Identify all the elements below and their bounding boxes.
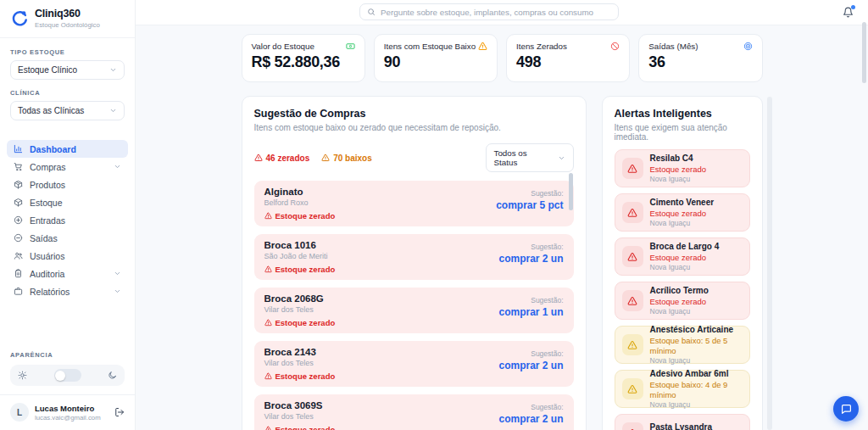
user-card: L Lucas Monteiro lucas.vaic@gmail.com	[0, 394, 135, 423]
alert-card: Anestésico Articaine Estoque baixo: 5 de…	[615, 326, 750, 364]
item-location: Vilar dos Teles	[264, 305, 336, 314]
page-scrollbar-thumb[interactable]	[862, 22, 866, 83]
sidebar-item-relatorios[interactable]: Relatórios	[7, 282, 128, 300]
theme-switcher	[10, 365, 125, 386]
alert-triangle-icon	[622, 246, 643, 267]
sidebar-item-saidas[interactable]: Saídas	[7, 229, 128, 247]
moon-icon	[108, 371, 117, 380]
suggestion-item[interactable]: Broca 1016 São João de Meriti Estoque ze…	[254, 234, 574, 280]
avatar: L	[10, 403, 29, 422]
banknote-icon	[346, 42, 355, 51]
content-scrollbar-track[interactable]	[767, 97, 772, 430]
sidebar-item-produtos[interactable]: Produtos	[7, 176, 128, 193]
suggestions-subtitle: Itens com estoque baixo ou zerado que ne…	[254, 123, 574, 132]
alert-location: Nova Iguaçu	[650, 356, 743, 365]
suggestions-list: Alginato Belford Roxo Estoque zerado Sug…	[254, 181, 574, 430]
alert-name: Broca de Largo 4	[650, 242, 720, 252]
stat-card-estoque-baixo: Itens com Estoque Baixo 90	[374, 34, 498, 82]
suggestion-item[interactable]: Broca 2068G Vilar dos Teles Estoque zera…	[254, 288, 574, 333]
sidebar-item-compras[interactable]: Compras	[7, 158, 128, 176]
alert-triangle-icon	[264, 372, 272, 380]
alert-triangle-icon	[622, 378, 643, 399]
clinica-select[interactable]: Todas as Clínicas	[10, 101, 125, 120]
buy-action-link[interactable]: comprar 2 un	[498, 253, 563, 265]
theme-toggle[interactable]	[54, 369, 81, 382]
buy-action-link[interactable]: comprar 5 pct	[496, 199, 563, 211]
alert-location: Nova Iguaçu	[650, 219, 715, 227]
alert-status: Estoque baixo: 4 de 9 mínimo	[650, 380, 743, 399]
sun-icon	[18, 371, 27, 380]
baixos-badge: 70 baixos	[321, 154, 372, 163]
tipo-estoque-value: Estoque Clínico	[18, 65, 77, 75]
notifications-button[interactable]	[843, 7, 854, 18]
suggestion-item[interactable]: Alginato Belford Roxo Estoque zerado Sug…	[254, 181, 574, 226]
sidebar-item-estoque[interactable]: Estoque	[7, 193, 128, 211]
suggestion-item[interactable]: Broca 3069S Vilar dos Teles Estoque zera…	[254, 394, 574, 430]
buy-action-link[interactable]: comprar 2 un	[498, 360, 563, 371]
stat-label: Valor do Estoque	[252, 42, 314, 51]
briefcase-icon	[14, 287, 23, 296]
alert-triangle-icon	[622, 334, 643, 355]
alert-triangle-icon	[622, 290, 643, 311]
alert-card: Broca de Largo 4 Estoque zerado Nova Igu…	[615, 237, 750, 276]
cliniq360-logo-icon	[10, 9, 29, 28]
stat-value: 36	[648, 53, 752, 71]
sidebar-item-usuarios[interactable]: Usuários	[7, 247, 128, 265]
nav-label: Produtos	[30, 180, 65, 190]
alert-name: Adesivo Ambar 6ml	[650, 369, 743, 379]
item-location: Vilar dos Teles	[264, 412, 336, 421]
sidebar-item-auditoria[interactable]: Auditoria	[7, 265, 128, 282]
user-name: Lucas Monteiro	[35, 404, 101, 413]
alert-name: Acrílico Termo	[650, 286, 709, 296]
sidebar: Cliniq360 Estoque Odontológico TIPO ESTO…	[0, 0, 136, 430]
chat-button[interactable]	[833, 396, 859, 422]
alert-card: Resilab C4 Estoque zerado Nova Iguaçu	[615, 149, 750, 187]
alerts-subtitle: Itens que exigem sua atenção imediata.	[615, 123, 750, 142]
user-email: lucas.vaic@gmail.com	[35, 414, 101, 422]
sidebar-item-entradas[interactable]: Entradas	[7, 211, 128, 229]
item-status: Estoque zerado	[275, 265, 336, 274]
logout-button[interactable]	[114, 407, 125, 417]
bar-chart-icon	[14, 144, 23, 154]
tipo-estoque-select[interactable]: Estoque Clínico	[10, 60, 125, 80]
search-input[interactable]	[381, 8, 611, 17]
zerados-badge: 46 zerados	[254, 154, 310, 163]
buy-action-link[interactable]: comprar 1 un	[498, 306, 563, 318]
suggestion-label: Sugestão:	[498, 349, 563, 358]
alert-triangle-icon	[264, 212, 272, 220]
clinica-value: Todas as Clínicas	[18, 106, 84, 115]
item-name: Alginato	[264, 187, 336, 198]
alert-location: Nova Iguaçu	[650, 307, 709, 316]
alert-location: Nova Iguaçu	[650, 263, 720, 271]
alert-status: Estoque baixo: 5 de 5 mínimo	[650, 336, 743, 355]
chevron-down-icon	[114, 163, 121, 170]
item-status: Estoque zerado	[275, 371, 336, 381]
clinica-label: CLÍNICA	[10, 89, 125, 97]
chevron-down-icon	[114, 288, 121, 295]
chevron-down-icon	[109, 66, 117, 74]
item-name: Broca 3069S	[264, 400, 336, 411]
alert-name: Cimento Veneer	[650, 198, 715, 208]
search-icon	[367, 8, 376, 16]
minus-circle-icon	[14, 233, 23, 243]
main-content: Valor do Estoque R$ 52.880,36 Itens com …	[136, 25, 868, 430]
buy-action-link[interactable]: comprar 2 un	[498, 413, 563, 425]
alert-name: Anestésico Articaine	[650, 325, 743, 335]
status-filter-select[interactable]: Todos os Status	[486, 143, 574, 172]
sidebar-item-dashboard[interactable]: Dashboard	[7, 140, 128, 158]
alert-location: Nova Iguaçu	[650, 400, 743, 409]
suggestions-title: Sugestão de Compras	[254, 108, 574, 120]
nav-label: Auditoria	[30, 269, 64, 279]
suggestions-scrollbar-thumb[interactable]	[569, 173, 573, 210]
brand-name: Cliniq360	[35, 8, 100, 20]
suggestion-label: Sugestão:	[496, 189, 563, 198]
suggestion-item[interactable]: Broca 2143 Vilar dos Teles Estoque zerad…	[254, 341, 574, 387]
baixos-badge-label: 70 baixos	[333, 154, 372, 163]
alerts-panel: Alertas Inteligentes Itens que exigem su…	[602, 96, 763, 430]
item-name: Broca 2068G	[264, 293, 336, 304]
status-filter-value: Todos os Status	[494, 148, 551, 167]
alert-name: Resilab C4	[650, 154, 707, 164]
topbar	[136, 0, 868, 25]
alert-triangle-icon	[622, 422, 643, 430]
shopping-cart-icon	[14, 162, 23, 171]
